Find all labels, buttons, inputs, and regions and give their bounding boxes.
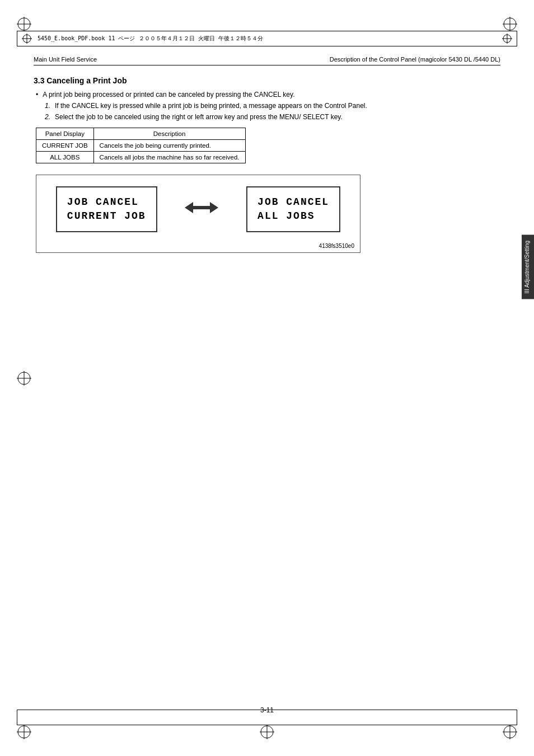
svg-marker-12 <box>185 202 218 213</box>
main-content: 3.3 Canceling a Print Job • A print job … <box>34 67 489 253</box>
header-left: Main Unit Field Service <box>34 56 97 63</box>
lcd-panel-left: JOB CANCEL CURRENT JOB <box>56 186 157 232</box>
corner-mark-tl <box>17 17 31 31</box>
table-cell-desc-2: Cancels all jobs the machine has so far … <box>93 152 245 163</box>
page-number: 3-11 <box>260 706 274 714</box>
table-cell-desc-1: Cancels the job being currently printed. <box>93 140 245 152</box>
section-heading: Canceling a Print Job <box>46 76 127 85</box>
step-1: 1. If the CANCEL key is pressed while a … <box>45 102 489 110</box>
right-crosshair-icon <box>502 34 512 44</box>
table-header-panel: Panel Display <box>36 128 94 140</box>
header-right: Description of the Control Panel (magico… <box>330 56 500 63</box>
double-arrow-icon <box>174 199 229 220</box>
steps-list: 1. If the CANCEL key is pressed while a … <box>45 102 489 121</box>
step-2-num: 2. <box>45 113 55 121</box>
left-center-crosshair <box>17 371 31 386</box>
figure-label: 4138fs3510e0 <box>319 243 354 249</box>
step-1-num: 1. <box>45 102 55 110</box>
table-row: ALL JOBS Cancels all jobs the machine ha… <box>36 152 246 163</box>
corner-mark-br <box>503 725 517 739</box>
step-2-text: Select the job to be canceled using the … <box>55 113 489 121</box>
intro-text: A print job being processed or printed c… <box>43 91 294 98</box>
lcd-right-line1: JOB CANCEL <box>257 195 329 209</box>
intro-bullet: • A print job being processed or printed… <box>34 91 489 98</box>
lcd-left-line1: JOB CANCEL <box>67 195 146 209</box>
corner-mark-bl <box>17 725 31 739</box>
lcd-panel-right: JOB CANCEL ALL JOBS <box>246 186 340 232</box>
table-header-desc: Description <box>93 128 245 140</box>
page-header: Main Unit Field Service Description of t… <box>34 56 500 65</box>
table-cell-panel-1: CURRENT JOB <box>36 140 94 152</box>
section-number: 3.3 <box>34 76 44 85</box>
display-inner: JOB CANCEL CURRENT JOB JOB CANCEL ALL JO… <box>48 186 349 232</box>
lcd-left-line2: CURRENT JOB <box>67 209 146 223</box>
lcd-right-line2: ALL JOBS <box>257 209 329 223</box>
top-bar-text: 5450_E.book_PDF.book 11 ページ ２００５年４月１２日 火… <box>38 35 263 43</box>
side-tab-adjustment: III Adjustment/Setting <box>522 235 534 299</box>
panel-display-table: Panel Display Description CURRENT JOB Ca… <box>36 128 246 163</box>
step-1-text: If the CANCEL key is pressed while a pri… <box>55 102 489 110</box>
section-title: 3.3 Canceling a Print Job <box>34 76 489 85</box>
bullet-symbol: • <box>36 91 38 98</box>
lcd-display-box: JOB CANCEL CURRENT JOB JOB CANCEL ALL JO… <box>36 175 360 253</box>
step-2: 2. Select the job to be canceled using t… <box>45 113 489 121</box>
left-crosshair-icon <box>22 34 32 44</box>
table-cell-panel-2: ALL JOBS <box>36 152 94 163</box>
top-registration-bar: 5450_E.book_PDF.book 11 ページ ２００５年４月１２日 火… <box>17 31 517 46</box>
corner-mark-tr <box>503 17 517 31</box>
bottom-center-crosshair <box>260 725 274 739</box>
table-row: CURRENT JOB Cancels the job being curren… <box>36 140 246 152</box>
